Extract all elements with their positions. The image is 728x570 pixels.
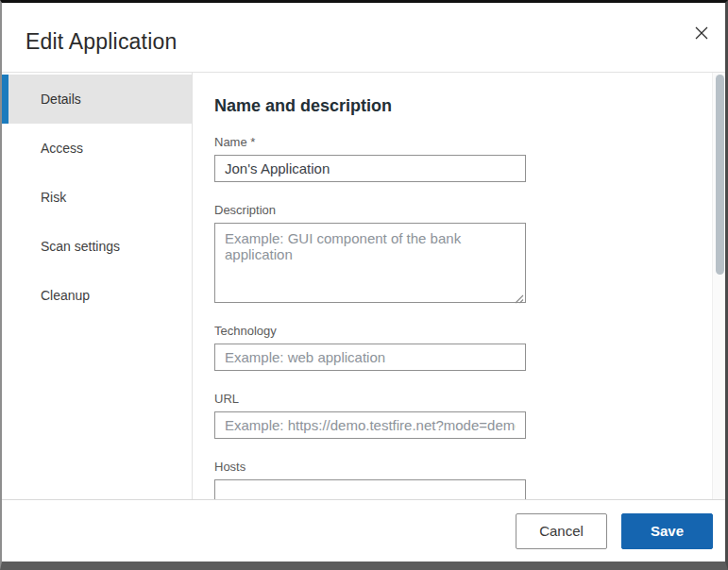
name-input[interactable] [214,155,526,182]
technology-field-group: Technology [214,324,526,371]
technology-input[interactable] [214,344,526,371]
sidebar-item-label: Risk [41,190,66,205]
sidebar-item-label: Cleanup [41,288,90,303]
hosts-input[interactable] [214,479,526,499]
url-input[interactable] [214,411,526,439]
edit-application-dialog: Edit Application Details Access Risk Sca… [0,0,728,570]
sidebar-item-details[interactable]: Details [2,75,192,124]
dialog-title: Edit Application [25,29,177,55]
sidebar-item-access[interactable]: Access [2,124,192,173]
selected-indicator-bar [2,75,8,124]
description-field-group: Description [214,203,526,303]
url-label: URL [214,392,526,406]
hosts-field-group: Hosts [214,460,526,499]
sidebar-item-scan-settings[interactable]: Scan settings [2,222,192,271]
technology-label: Technology [214,324,526,338]
sidebar-item-cleanup[interactable]: Cleanup [2,271,192,320]
sidebar-item-label: Details [41,92,81,107]
dialog-header: Edit Application [2,3,725,72]
section-title: Name and description [214,96,725,116]
name-label: Name * [214,135,526,149]
vertical-scrollbar[interactable] [712,73,725,499]
scrollbar-thumb[interactable] [716,75,724,275]
save-button[interactable]: Save [621,513,713,549]
hosts-label: Hosts [214,460,526,474]
sidebar-nav: Details Access Risk Scan settings Cleanu… [2,73,193,499]
sidebar-item-label: Scan settings [41,239,120,254]
details-panel: Name and description Name * Description … [193,73,725,499]
description-textarea[interactable] [214,223,526,303]
url-field-group: URL [214,392,526,439]
dialog-footer: Cancel Save [2,499,725,562]
close-button[interactable] [693,25,710,42]
resize-handle-icon[interactable] [515,291,524,300]
name-field-group: Name * [214,135,526,182]
dialog-body: Details Access Risk Scan settings Cleanu… [2,72,725,499]
cancel-button[interactable]: Cancel [516,513,607,549]
sidebar-item-risk[interactable]: Risk [2,173,192,222]
sidebar-item-label: Access [41,141,83,156]
close-icon [695,26,708,42]
description-label: Description [214,203,526,217]
